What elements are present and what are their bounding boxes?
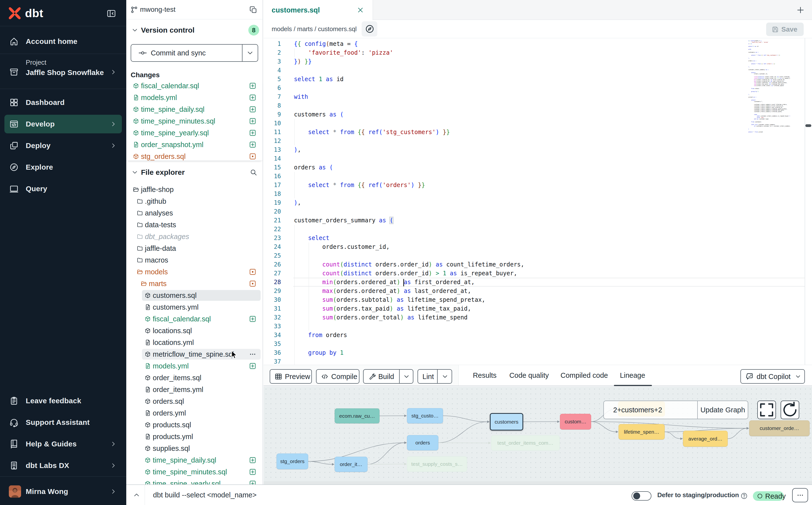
lineage-node-test_order_items[interactable]: test_order_items_com… [491, 436, 560, 451]
copy-branch-icon[interactable] [249, 6, 257, 14]
lineage-node-orders[interactable]: orders [407, 435, 438, 450]
sidebar-item-dashboard[interactable]: Dashboard [0, 92, 126, 113]
tree-item-metricflow_time_spine.sql[interactable]: metricflow_time_spine.sql [126, 348, 263, 360]
preview-button[interactable]: Preview [270, 369, 312, 384]
tree-item-supplies.sql[interactable]: supplies.sql [126, 443, 263, 454]
fullscreen-button[interactable] [757, 400, 776, 419]
save-button[interactable]: Save [766, 23, 804, 36]
stage-add-icon[interactable] [249, 480, 256, 485]
lineage-node-customers[interactable]: customers [490, 413, 523, 431]
change-item-time_spine_minutes.sql[interactable]: time_spine_minutes.sql [126, 115, 263, 127]
more-options-button[interactable] [792, 488, 808, 502]
lineage-search-input[interactable]: 2+customers+2 [613, 406, 662, 414]
stage-add-icon[interactable] [249, 82, 256, 90]
tree-item-analyses[interactable]: analyses [126, 207, 263, 219]
tree-item-.github[interactable]: .github [126, 195, 263, 207]
lineage-search-box[interactable]: 2+customers+2 Update Graph [603, 400, 748, 419]
sidebar-item-query[interactable]: Query [0, 178, 126, 199]
collapse-sidebar-icon[interactable] [107, 9, 116, 18]
search-icon[interactable] [250, 169, 257, 176]
lineage-node-test_supply[interactable]: test_supply_costs_s… [407, 457, 467, 472]
tree-item-time_spine_yearly.sql[interactable]: time_spine_yearly.sql [126, 478, 263, 484]
tree-item-orders.sql[interactable]: orders.sql [126, 395, 263, 407]
sidebar-item-dbt-labs-dx[interactable]: dbt Labs DX [0, 455, 126, 476]
stage-add-icon[interactable] [249, 106, 256, 113]
sidebar-item-help-guides[interactable]: Help & Guides [0, 433, 126, 455]
stage-add-icon[interactable] [249, 469, 256, 476]
build-button[interactable]: Build [363, 369, 414, 384]
change-item-stg_orders.sql[interactable]: stg_orders.sql [126, 151, 263, 161]
sidebar-item-explore[interactable]: Explore [0, 156, 126, 178]
commit-and-sync-button[interactable]: Commit and sync [131, 44, 258, 62]
sidebar-item-deploy[interactable]: Deploy [0, 135, 126, 156]
defer-toggle[interactable] [632, 491, 651, 501]
sidebar-item-account-home[interactable]: Account home [0, 29, 126, 53]
change-item-models.yml[interactable]: models.yml [126, 92, 263, 104]
tree-item-products.sql[interactable]: products.sql [126, 419, 263, 431]
file-explorer-header[interactable]: File explorer [126, 165, 263, 180]
tree-item-jaffle-shop[interactable]: jaffle-shop [126, 184, 263, 195]
expand-panel-icon[interactable] [133, 492, 140, 498]
panel-tab-lineage[interactable]: Lineage [596, 365, 669, 386]
tree-item-customers.yml[interactable]: customers.yml [126, 301, 263, 313]
sidebar-item-user[interactable]: Mirna Wong [0, 481, 126, 502]
compile-button[interactable]: Compile [316, 369, 359, 384]
new-tab-icon[interactable] [796, 6, 805, 14]
lineage-node-customers_metric[interactable]: custom… [560, 414, 591, 430]
chevron-down-icon[interactable] [403, 373, 410, 380]
tab-customers-sql[interactable]: customers.sql [264, 0, 373, 20]
lineage-graph[interactable]: ecom.raw_cu…stg_custo…customerscustom…or… [264, 386, 812, 484]
tree-item-models.yml[interactable]: models.yml [126, 360, 263, 372]
tree-item-order_items.sql[interactable]: order_items.sql [126, 372, 263, 384]
chevron-down-icon[interactable] [442, 373, 448, 380]
tree-item-dbt_packages[interactable]: dbt_packages [126, 231, 263, 242]
tree-item-marts[interactable]: marts [126, 278, 263, 290]
tree-item-locations.yml[interactable]: locations.yml [126, 337, 263, 348]
minimap[interactable]: {{ config(meta = { 'favorite_food': 'piz… [748, 40, 790, 136]
help-icon[interactable] [741, 493, 748, 499]
change-item-time_spine_daily.sql[interactable]: time_spine_daily.sql [126, 104, 263, 115]
sidebar-item-jaffle-shop-snowflake[interactable]: ProjectJaffle Shop Snowflake [0, 55, 126, 89]
lineage-node-customer_orders[interactable]: customer_orde… [749, 420, 810, 436]
close-tab-icon[interactable] [357, 7, 364, 13]
version-control-header[interactable]: Version control 8 [126, 23, 263, 38]
stage-add-icon[interactable] [249, 363, 256, 370]
stage-add-icon[interactable] [249, 141, 256, 148]
sidebar-item-leave-feedback[interactable]: Leave feedback [0, 390, 126, 411]
status-badge[interactable]: Ready [753, 491, 784, 501]
stage-add-icon[interactable] [249, 94, 256, 101]
change-item-time_spine_yearly.sql[interactable]: time_spine_yearly.sql [126, 127, 263, 139]
sidebar-item-support-assistant[interactable]: Support Assistant [0, 411, 126, 433]
lineage-node-order_items[interactable]: order_it… [335, 457, 367, 472]
change-item-fiscal_calendar.sql[interactable]: fiscal_calendar.sql [126, 80, 263, 92]
tree-item-time_spine_daily.sql[interactable]: time_spine_daily.sql [126, 454, 263, 466]
tree-item-order_items.yml[interactable]: order_items.yml [126, 384, 263, 395]
dbt-copilot-button[interactable]: dbt Copilot [741, 369, 805, 384]
change-item-order_snapshot.yml[interactable]: order_snapshot.yml [126, 139, 263, 151]
row-menu-icon[interactable] [249, 351, 256, 358]
tree-item-jaffle-data[interactable]: jaffle-data [126, 242, 263, 254]
command-input[interactable]: dbt build --select <model_name> [153, 491, 257, 499]
stage-add-icon[interactable] [249, 118, 256, 125]
code-editor[interactable]: 1{{ config(meta = {2 'favorite_food': 'p… [264, 38, 812, 365]
lineage-node-stg_customers[interactable]: stg_custo… [407, 408, 443, 424]
lineage-node-stg_orders[interactable]: stg_orders [277, 454, 308, 469]
tree-item-time_spine_minutes.sql[interactable]: time_spine_minutes.sql [126, 466, 263, 478]
sidebar-item-develop[interactable]: Develop [0, 113, 126, 135]
stage-add-icon[interactable] [249, 130, 256, 137]
refresh-button[interactable] [781, 400, 799, 419]
scrollbar-thumb[interactable] [805, 124, 811, 127]
tree-item-products.yml[interactable]: products.yml [126, 431, 263, 443]
stage-add-icon[interactable] [249, 316, 256, 323]
lint-button[interactable]: Lint [418, 369, 452, 384]
lineage-node-raw_customers[interactable]: ecom.raw_cu… [335, 408, 379, 424]
tree-item-data-tests[interactable]: data-tests [126, 219, 263, 231]
tree-item-customers.sql[interactable]: customers.sql [126, 290, 263, 301]
commit-options-chevron-icon[interactable] [247, 49, 254, 56]
update-graph-button[interactable]: Update Graph [698, 401, 748, 419]
tree-item-macros[interactable]: macros [126, 254, 263, 266]
tree-item-fiscal_calendar.sql[interactable]: fiscal_calendar.sql [126, 313, 263, 325]
lineage-node-average_order[interactable]: average_ord… [683, 431, 728, 447]
lineage-node-lifetime_spend[interactable]: lifetime_spen… [619, 424, 665, 440]
tree-item-orders.yml[interactable]: orders.yml [126, 407, 263, 419]
